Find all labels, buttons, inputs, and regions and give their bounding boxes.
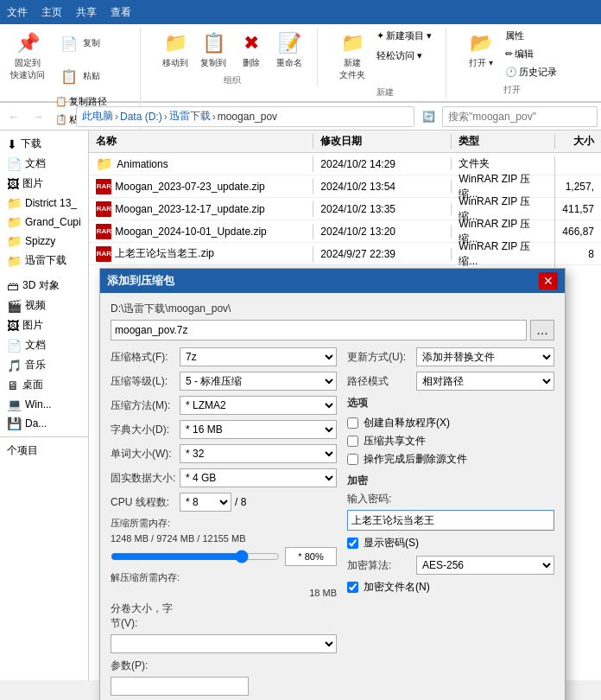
ribbon-content: 📌 固定到快速访问 📄 复制 📋 粘贴 📋 复制路径	[0, 24, 601, 102]
path-computer[interactable]: 此电脑	[82, 109, 113, 124]
file-label-animations: Animations	[117, 158, 168, 170]
solid-label: 固实数据大小:	[111, 471, 180, 486]
pathmode-label: 路径模式	[347, 374, 416, 389]
method-select[interactable]: * LZMA2	[180, 396, 337, 415]
selfextract-checkbox[interactable]	[347, 417, 358, 429]
history-icon: 🕐	[505, 67, 517, 78]
move-to-button[interactable]: 📁 移动到	[158, 28, 193, 71]
sidebar-item-win[interactable]: 💻 Win...	[0, 395, 88, 414]
new-item-button[interactable]: ✦ 新建项目 ▾	[373, 28, 435, 44]
new-folder-button[interactable]: 📁 新建文件夹	[335, 28, 370, 83]
file-row-zip4[interactable]: RAR 上老王论坛当老王.zip 2024/9/27 22:39 WinRAR …	[89, 243, 601, 265]
sidebar-item-3d-label: 3D 对象	[22, 278, 60, 293]
desktop-icon: 🖥	[7, 379, 19, 392]
sidebar-item-data-label: Da...	[25, 417, 47, 430]
file-label-zip4: 上老王论坛当老王.zip	[115, 246, 214, 261]
path-thunder[interactable]: 迅雷下载	[169, 109, 211, 124]
open-button[interactable]: 📂 打开 ▾	[464, 28, 498, 71]
dialog-right-col: 更新方式(U): 添加并替换文件 路径模式 相对路径 选项	[347, 347, 554, 696]
sidebar-item-video[interactable]: 🎬 视频	[0, 296, 88, 315]
paste-button[interactable]: 📋 粘贴	[52, 60, 130, 92]
delete-label: 删除	[243, 57, 260, 69]
col-date-header[interactable]: 修改日期	[313, 134, 452, 149]
shared-checkbox[interactable]	[347, 436, 358, 447]
encrypt-filename-row[interactable]: 加密文件名(N)	[347, 580, 554, 595]
level-label: 压缩等级(L):	[111, 374, 180, 389]
forward-button[interactable]: →	[28, 106, 48, 127]
encrypt-password-input[interactable]	[347, 510, 554, 531]
copy-button[interactable]: 📄 复制	[52, 28, 130, 59]
back-button[interactable]: ←	[3, 106, 24, 127]
col-size-header[interactable]: 大小	[555, 134, 601, 149]
col-type-header[interactable]: 类型	[452, 134, 555, 149]
up-button[interactable]: ↑	[52, 106, 73, 127]
word-select[interactable]: * 32	[180, 444, 337, 463]
search-input[interactable]	[448, 111, 592, 123]
shared-checkbox-row[interactable]: 压缩共享文件	[347, 434, 554, 449]
copy-label: 复制	[83, 37, 100, 49]
open-group-label: 打开	[503, 84, 521, 96]
easy-access-label: 轻松访问 ▾	[376, 49, 422, 62]
address-path[interactable]: 此电脑 › Data (D:) › 迅雷下载 › moogan_pov	[76, 106, 414, 127]
browse-button[interactable]: …	[530, 320, 554, 340]
encrypt-section: 加密 输入密码: 显示密码(S) 加密算法: AES-256	[347, 474, 554, 595]
easy-access-button[interactable]: 轻松访问 ▾	[373, 48, 435, 64]
file-name-zip2: RAR Moogan_2023-12-17_update.zip	[89, 201, 313, 217]
sidebar-item-data[interactable]: 💾 Da...	[0, 414, 88, 433]
sidebar-item-desktop[interactable]: 🖥 桌面	[0, 375, 88, 395]
edit-button[interactable]: ✏ 编辑	[502, 46, 560, 62]
spizzy-folder-icon: 📁	[7, 234, 22, 248]
archive-name-input[interactable]	[111, 320, 527, 340]
delete-source-checkbox-row[interactable]: 操作完成后删除源文件	[347, 452, 554, 467]
mem-slider-input[interactable]	[285, 547, 337, 566]
dict-select[interactable]: * 16 MB	[180, 420, 337, 439]
cpu-select[interactable]: * 8	[180, 493, 231, 512]
search-box[interactable]	[442, 106, 598, 127]
delete-source-checkbox[interactable]	[347, 454, 358, 465]
rename-button[interactable]: 📝 重命名	[272, 28, 307, 71]
cpu-max-label: / 8	[235, 496, 246, 508]
path-drive[interactable]: Data (D:)	[120, 111, 162, 123]
sidebar-item-3d[interactable]: 🗃 3D 对象	[0, 276, 88, 296]
format-select[interactable]: 7z	[180, 347, 337, 366]
show-password-row[interactable]: 显示密码(S)	[347, 536, 554, 550]
file-label-zip3: Moogan_2024-10-01_Update.zip	[115, 226, 266, 238]
dialog-close-button[interactable]: ✕	[539, 272, 558, 290]
sidebar-item-grand[interactable]: 📁 Grand_Cupi	[0, 213, 88, 232]
sidebar-item-pictures[interactable]: 🖼 图片	[0, 174, 88, 194]
thunder-folder-icon: 📁	[7, 254, 22, 268]
col-name-header[interactable]: 名称	[89, 134, 313, 149]
sidebar-item-music[interactable]: 🎵 音乐	[0, 355, 88, 375]
volume-select[interactable]	[111, 634, 337, 653]
selfextract-checkbox-row[interactable]: 创建自释放程序(X)	[347, 416, 554, 430]
sidebar-item-spizzy[interactable]: 📁 Spizzy	[0, 232, 88, 251]
algo-select[interactable]: AES-256	[416, 556, 554, 575]
sidebar-item-download[interactable]: ⬇ 下载	[0, 134, 88, 154]
sidebar-item-thunder[interactable]: 📁 迅雷下载	[0, 251, 88, 270]
mem-slider[interactable]	[111, 550, 280, 563]
sidebar-item-documents-label: 文档	[25, 156, 46, 171]
update-select[interactable]: 添加并替换文件	[416, 347, 554, 366]
level-select[interactable]: 5 - 标准压缩	[180, 372, 337, 391]
sidebar-item-doc2[interactable]: 📄 文档	[0, 335, 88, 355]
param-label: 参数(P):	[111, 659, 180, 673]
copy-to-button[interactable]: 📋 复制到	[196, 28, 231, 71]
sidebar-item-pic2[interactable]: 🖼 图片	[0, 315, 88, 335]
delete-button[interactable]: ✖ 删除	[234, 28, 269, 71]
compress-memory-value: 1248 MB / 9724 MB / 12155 MB	[111, 533, 337, 544]
encrypt-filename-checkbox[interactable]	[347, 582, 358, 593]
win-icon: 💻	[7, 398, 22, 411]
show-password-checkbox[interactable]	[347, 538, 358, 549]
sidebar-item-district[interactable]: 📁 District 13_	[0, 194, 88, 213]
properties-button[interactable]: 属性	[502, 28, 560, 44]
sidebar-item-documents[interactable]: 📄 文档	[0, 154, 88, 174]
dialog-body: D:\迅雷下载\moogan_pov\ … 压缩格式(F): 7z 压缩等级(L…	[100, 293, 565, 700]
paste-icon: 📋	[55, 62, 83, 90]
history-button[interactable]: 🕐 历史记录	[502, 64, 560, 80]
solid-select[interactable]: * 4 GB	[180, 468, 337, 487]
param-input[interactable]	[111, 677, 249, 696]
pin-button[interactable]: 📌 固定到快速访问	[7, 28, 48, 83]
refresh-button[interactable]: 🔄	[418, 106, 439, 127]
pathmode-select[interactable]: 相对路径	[416, 372, 554, 391]
file-label-zip2: Moogan_2023-12-17_update.zip	[115, 203, 264, 215]
